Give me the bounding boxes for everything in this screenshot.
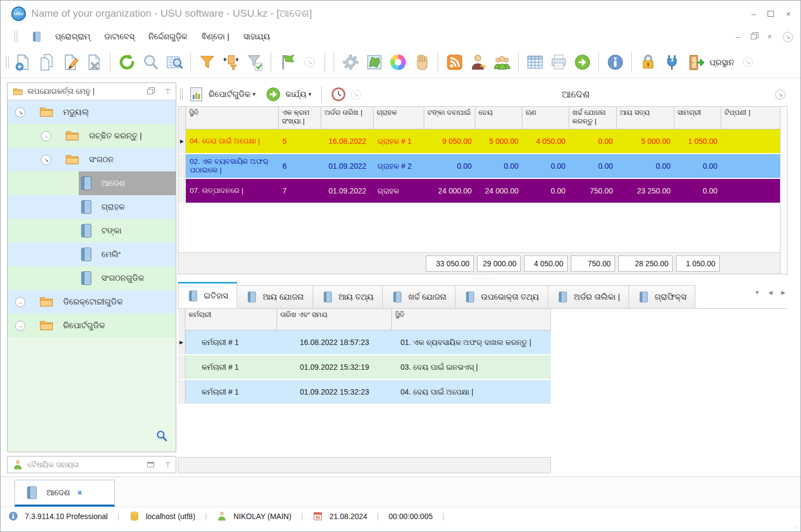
history-cell[interactable]: 01.09.2022 15:32:23 <box>277 380 392 404</box>
history-col-header-1[interactable]: ତାରିଖ ଏବଂ ସମୟ <box>277 309 392 330</box>
detail-tab-5[interactable]: ଅର୍ଡର ତାଲିକା | <box>548 285 629 308</box>
menu-item-2[interactable]: ନିର୍ଦ୍ଦେଶଗୁଡ଼ିକ <box>148 32 187 42</box>
orders-cell[interactable]: ଗ୍ରାହକ <box>374 179 424 203</box>
toolbar-collapse-icon[interactable]: ↘ <box>351 89 361 100</box>
history-cell[interactable]: କର୍ମଚାରୀ # 1 <box>185 355 277 379</box>
map-button[interactable] <box>363 51 385 74</box>
tree-item-2[interactable]: ↘ସଂଗଠନ <box>8 148 176 171</box>
tree-search-icon[interactable] <box>155 430 168 444</box>
doc-delete-button[interactable] <box>83 51 105 74</box>
doc-edit-button[interactable] <box>59 51 81 74</box>
orders-col-header-3[interactable]: ଗ୍ରାହକ <box>374 107 424 129</box>
toolbar-overflow-icon[interactable]: ↘ <box>743 57 753 67</box>
panel-splitter[interactable]: ········· <box>178 274 788 282</box>
history-cell[interactable]: କର୍ମଚାରୀ # 1 <box>185 380 277 404</box>
orders-col-header-6[interactable]: ଋଣ <box>522 107 569 129</box>
orders-cell[interactable]: 0.00 <box>569 129 617 153</box>
tabs-dropdown-icon[interactable]: ▼ <box>755 289 760 295</box>
orders-cell[interactable] <box>721 179 781 203</box>
history-col-header-2[interactable]: ସ୍ଥିତି <box>392 309 551 330</box>
detail-tab-0[interactable]: ଇତିହାସ <box>178 282 237 308</box>
orders-col-header-7[interactable]: ଖର୍ଚ୍ଚ ଯୋଜନା କରନ୍ତୁ | <box>569 107 617 129</box>
view-collapse-icon[interactable]: ↘ <box>775 89 785 100</box>
tabs-scroll-left-icon[interactable]: ◀ <box>769 289 773 295</box>
content-toolbar-handle[interactable] <box>180 88 183 100</box>
orders-scrollbar[interactable] <box>780 107 787 274</box>
detail-tab-3[interactable]: ଖର୍ଚ୍ଚ ଯୋଜନା <box>382 285 455 308</box>
flag-button[interactable] <box>277 51 298 74</box>
orders-cell[interactable]: 24 000.00 <box>475 179 522 203</box>
toolbar-overflow-icon[interactable]: ↘ <box>305 57 315 67</box>
orders-cell[interactable]: 02. ଏକ ବ୍ୟବସାୟିକ ଅଫର୍ ପଠାଇଲେ | <box>186 154 279 178</box>
window-close-button[interactable]: × <box>786 9 791 18</box>
detail-tab-4[interactable]: ଉପଭୋକ୍ତା ତଥ୍ୟ <box>455 285 548 308</box>
rss-button[interactable] <box>444 51 465 74</box>
expand-icon[interactable]: → <box>15 297 25 307</box>
orders-cell[interactable]: 16.08.2022 <box>321 129 374 153</box>
support-pin-icon[interactable]: ⊤ <box>165 461 171 469</box>
tree-item-0[interactable]: ↘ମଡ୍ୟୁଲ୍ <box>8 100 176 124</box>
menubar-drag-handle[interactable] <box>15 31 17 43</box>
orders-cell[interactable]: 07. ଉତ୍ପାଦନରେ | <box>186 179 279 203</box>
orders-cell[interactable]: ଗ୍ରାହକ # 1 <box>374 129 424 153</box>
orders-cell[interactable]: 0.00 <box>674 179 721 203</box>
orders-cell[interactable]: 0.00 <box>424 154 475 178</box>
orders-cell[interactable]: 5 000.00 <box>475 129 522 153</box>
orders-col-header-1[interactable]: ଏକ କ୍ରମ ସଂଖ୍ୟା | <box>279 107 321 129</box>
history-cell[interactable]: କର୍ମଚାରୀ # 1 <box>185 330 277 354</box>
orders-cell[interactable]: 9 050.00 <box>424 129 475 153</box>
table-search-button[interactable] <box>163 51 185 74</box>
mdi-close-button[interactable]: × <box>768 32 772 41</box>
orders-cell[interactable] <box>721 154 781 178</box>
support-window-icon[interactable] <box>147 462 154 467</box>
orders-col-header-9[interactable]: ସାମଗ୍ରୀ <box>674 107 721 129</box>
printer-button[interactable] <box>548 51 569 74</box>
tree-item-4[interactable]: ଗ୍ରାହକ <box>8 195 176 219</box>
history-row-1[interactable]: କର୍ମଚାରୀ # 101.09.2022 15:32:1903. ଦେୟ ପ… <box>178 355 788 380</box>
orders-row-2[interactable]: 07. ଉତ୍ପାଦନରେ |701.09.2022ଗ୍ରାହକ24 000.0… <box>178 179 780 204</box>
info-icon[interactable] <box>8 511 18 521</box>
orders-cell[interactable]: 4 050.00 <box>522 129 569 153</box>
orders-cell[interactable]: 0.00 <box>475 154 522 178</box>
history-row-2[interactable]: କର୍ମଚାରୀ # 101.09.2022 15:32:2304. ଦେୟ ପ… <box>178 380 788 405</box>
actions-dropdown[interactable]: କାର୍ଯ୍ୟ▼ <box>286 89 313 99</box>
plug-button[interactable] <box>661 51 682 74</box>
reports-dropdown[interactable]: ରିପୋର୍ଟଗୁଡିକ▼ <box>209 89 257 99</box>
tree-item-7[interactable]: ସଂଗଠନଗୁଡିକ <box>8 266 176 290</box>
mdi-restore-button[interactable] <box>751 34 757 39</box>
orders-cell[interactable]: 0.00 <box>569 154 617 178</box>
exit-button[interactable]: ପ୍ରସ୍ଥାନ <box>685 53 736 72</box>
gear-button[interactable] <box>340 51 361 74</box>
users-button[interactable] <box>491 51 513 74</box>
orders-row-0[interactable]: ▶04. ଦେୟ ପାଇଁ ଅପେକ୍ଷା |516.08.2022ଗ୍ରାହକ… <box>178 129 780 154</box>
tree-item-9[interactable]: →ରିପୋର୍ଟଗୁଡିକ <box>8 314 176 337</box>
orders-cell[interactable]: ଗ୍ରାହକ # 2 <box>374 154 424 178</box>
doc-copy-button[interactable] <box>36 51 57 74</box>
history-row-0[interactable]: ▶କର୍ମଚାରୀ # 116.08.2022 18:57:2301. ଏକ ବ… <box>178 330 788 355</box>
menu-item-4[interactable]: ସାହାଯ୍ୟ <box>243 32 270 42</box>
filter-button[interactable] <box>196 51 218 74</box>
magnifier-gray-button[interactable] <box>140 51 161 74</box>
orders-cell[interactable]: 04. ଦେୟ ପାଇଁ ଅପେକ୍ଷା | <box>186 129 279 153</box>
orders-cell[interactable]: 0.00 <box>617 154 674 178</box>
page-tab-orders[interactable]: ଆଦେଶ × <box>15 480 115 507</box>
panel-float-icon[interactable] <box>147 89 153 94</box>
tree-item-1[interactable]: →ଗଚ୍ଛିତ କରନ୍ତୁ | <box>8 124 176 148</box>
orders-cell[interactable]: 24 000.00 <box>424 179 475 203</box>
lock-button[interactable] <box>637 51 659 74</box>
resize-grip-icon[interactable]: ⸪ <box>795 524 798 530</box>
tree-item-8[interactable]: →ଡିରେକ୍ଟୋରୀଗୁଡିକ <box>8 290 176 314</box>
orders-cell[interactable]: 0.00 <box>522 154 569 178</box>
mdi-minimize-button[interactable]: – <box>736 32 740 41</box>
orders-col-header-8[interactable]: ଆୟ ସତ୍ୟ <box>617 107 674 129</box>
detail-tab-2[interactable]: ଆୟ ତଥ୍ୟ <box>313 285 383 308</box>
orders-cell[interactable]: 1 050.00 <box>674 129 721 153</box>
hand-button[interactable] <box>411 51 432 74</box>
expand-icon[interactable]: → <box>41 131 51 141</box>
menu-item-3[interactable]: ଵିଣ୍ଡୋ | <box>202 32 230 42</box>
menu-item-0[interactable]: ପ୍ରୋଗ୍ରାମ୍ <box>55 32 90 42</box>
orders-cell[interactable]: 23 250.00 <box>617 179 674 203</box>
orders-cell[interactable] <box>721 129 781 153</box>
user-key-button[interactable] <box>467 51 489 74</box>
orders-cell[interactable]: 750.00 <box>569 179 617 203</box>
